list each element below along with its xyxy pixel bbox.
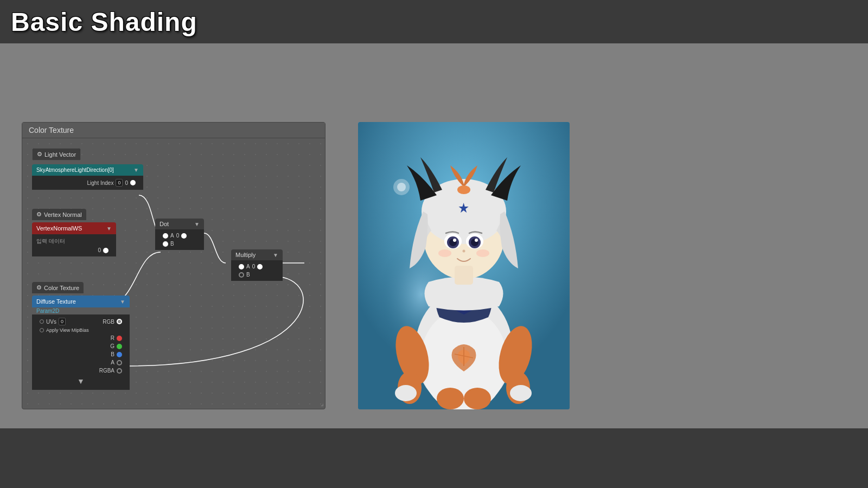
- sky-light-index-row: Light Index 0 0: [36, 178, 139, 188]
- svg-point-31: [476, 249, 489, 257]
- resize-handle[interactable]: ⌟: [321, 400, 324, 407]
- sky-light-index-label: Light Index: [87, 180, 113, 186]
- svg-point-15: [464, 388, 491, 409]
- dot-output-pin: [181, 233, 187, 239]
- svg-point-19: [457, 185, 470, 194]
- dot-label: Dot: [159, 221, 169, 227]
- multiply-output-pin: [257, 264, 263, 269]
- light-vector-node[interactable]: ⚙ Light Vector: [32, 148, 81, 160]
- dot-pin-a-row: A 0: [159, 232, 200, 240]
- diffuse-rgb-pin: [117, 319, 122, 324]
- svg-point-14: [437, 388, 464, 409]
- multiply-pin-a-label: A: [246, 264, 250, 269]
- multiply-label: Multiply: [235, 252, 256, 258]
- diffuse-body: UVs 0 RGB Apply View MipBias R G: [32, 314, 130, 390]
- svg-point-29: [463, 250, 465, 253]
- diffuse-uvs-label: UVs: [46, 319, 56, 325]
- diffuse-b-label: B: [111, 351, 114, 357]
- diffuse-uvs-radio[interactable]: [40, 319, 44, 324]
- diffuse-r-label: R: [111, 335, 114, 341]
- vertex-normal-ws-node[interactable]: VertexNormalWS ▼ 입력 데이터 0: [32, 222, 116, 256]
- diffuse-g-pin: [117, 344, 122, 349]
- svg-point-30: [438, 249, 451, 257]
- dot-body: A 0 B: [155, 229, 204, 250]
- diffuse-b-row: B: [36, 350, 125, 358]
- vertex-normal-node[interactable]: ⚙ Vertex Normal: [32, 209, 86, 220]
- svg-point-27: [453, 239, 456, 242]
- diffuse-rgba-row: RGBA: [36, 367, 125, 375]
- diffuse-mipbias-radio[interactable]: [40, 328, 44, 332]
- multiply-pin-b: [239, 272, 244, 278]
- sky-light-index-value[interactable]: 0: [116, 179, 123, 187]
- vertex-normal-header: ⚙ Vertex Normal: [32, 209, 86, 220]
- main-content: Color Texture ⚙ Light Vector: [0, 43, 868, 488]
- vnws-body: 입력 데이터 0: [32, 234, 116, 256]
- diffuse-uvs-row: UVs 0 RGB: [36, 317, 125, 326]
- vnws-output-value: 0: [98, 247, 101, 253]
- light-vector-label: Light Vector: [44, 151, 76, 158]
- multiply-body: A 0 B: [231, 260, 283, 281]
- color-texture-label-node[interactable]: ⚙ Color Texture: [32, 282, 84, 293]
- diffuse-a-pin: [117, 360, 122, 365]
- node-canvas[interactable]: ⚙ Light Vector SkyAtmosphereLightDirecti…: [22, 138, 325, 408]
- vertex-normal-icon: ⚙: [36, 211, 42, 218]
- multiply-header: Multiply ▼: [231, 249, 283, 260]
- diffuse-texture-node[interactable]: Diffuse Texture ▼ Param2D UVs 0 RGB Appl…: [32, 296, 130, 390]
- vnws-subtext: 입력 데이터: [36, 236, 112, 246]
- diffuse-uvs-value[interactable]: 0: [59, 318, 66, 325]
- diffuse-expand-icon[interactable]: ▼: [36, 375, 125, 388]
- diffuse-g-label: G: [110, 343, 114, 349]
- dot-header: Dot ▼: [155, 219, 204, 229]
- bottom-bar: [0, 428, 868, 488]
- color-texture-header: ⚙ Color Texture: [32, 282, 84, 293]
- diffuse-a-label: A: [111, 359, 114, 365]
- dot-pin-b: [163, 241, 168, 247]
- dot-pin-b-row: B: [159, 240, 200, 248]
- diffuse-g-row: G: [36, 342, 125, 350]
- svg-point-3: [397, 183, 406, 191]
- sky-output-value: 0: [125, 180, 128, 186]
- dot-dropdown-icon[interactable]: ▼: [194, 221, 200, 227]
- page-title: Basic Shading: [11, 7, 197, 37]
- diffuse-r-pin: [117, 336, 122, 341]
- vertex-normal-label: Vertex Normal: [44, 211, 82, 218]
- dot-pin-a: [163, 233, 168, 239]
- multiply-pin-a-value: 0: [252, 264, 256, 269]
- node-editor-title: Color Texture: [22, 123, 325, 138]
- diffuse-mipbias-label: Apply View MipBias: [46, 328, 89, 333]
- node-editor-panel[interactable]: Color Texture ⚙ Light Vector: [22, 122, 326, 409]
- svg-point-28: [475, 239, 478, 242]
- multiply-pin-b-row: B: [235, 271, 278, 279]
- sky-output-pin: [130, 180, 136, 185]
- diffuse-a-row: A: [36, 358, 125, 367]
- diffuse-label: Diffuse Texture: [36, 298, 76, 305]
- vnws-header: VertexNormalWS ▼: [32, 222, 116, 234]
- diffuse-rgba-pin: [117, 368, 122, 374]
- header: Basic Shading: [0, 0, 868, 43]
- color-texture-icon: ⚙: [36, 284, 42, 291]
- sky-atmosphere-node[interactable]: SkyAtmosphereLightDirection[0] ▼ Light I…: [32, 164, 143, 190]
- dot-pin-a-value: 0: [176, 233, 180, 239]
- vnws-output-row: 0: [36, 246, 112, 254]
- diffuse-r-row: R: [36, 334, 125, 342]
- diffuse-dropdown-icon[interactable]: ▼: [120, 299, 125, 305]
- vnws-dropdown-icon[interactable]: ▼: [106, 226, 112, 232]
- multiply-node[interactable]: Multiply ▼ A 0 B: [231, 249, 283, 281]
- svg-rect-17: [455, 266, 473, 285]
- character-image: [358, 122, 570, 409]
- multiply-dropdown-icon[interactable]: ▼: [273, 252, 278, 258]
- diffuse-rgba-label: RGBA: [99, 368, 114, 374]
- diffuse-rgb-label: RGB: [103, 319, 114, 325]
- diffuse-subtext: Param2D: [32, 307, 130, 314]
- multiply-pin-b-label: B: [246, 272, 250, 278]
- light-vector-header: ⚙ Light Vector: [33, 149, 80, 160]
- dot-node[interactable]: Dot ▼ A 0 B: [155, 219, 204, 250]
- svg-point-12: [395, 385, 417, 401]
- dot-pin-b-label: B: [170, 241, 174, 247]
- dot-pin-a-label: A: [170, 233, 174, 239]
- sky-label: SkyAtmosphereLightDirection[0]: [36, 167, 114, 173]
- multiply-pin-a-in: [239, 264, 244, 269]
- color-texture-label: Color Texture: [44, 285, 79, 291]
- diffuse-b-pin: [117, 352, 122, 357]
- sky-dropdown-icon[interactable]: ▼: [133, 167, 139, 173]
